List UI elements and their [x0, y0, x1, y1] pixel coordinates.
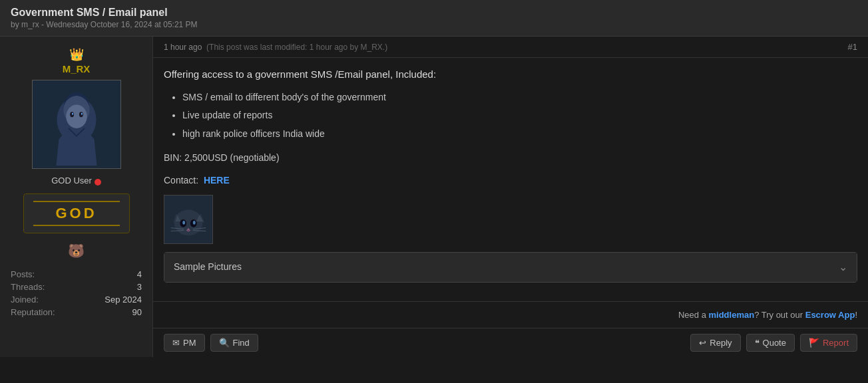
- offering-title: Offering access to a government SMS /Ema…: [164, 66, 857, 83]
- middleman-link[interactable]: middleman: [709, 310, 755, 320]
- threads-value: 3: [82, 281, 144, 293]
- bin-price: BIN: 2,500USD (negotiable): [164, 150, 857, 166]
- stat-posts: Posts: 4: [8, 268, 144, 281]
- report-icon: 🚩: [809, 338, 819, 348]
- user-crown-icon: 👑: [69, 47, 84, 62]
- feature-1: SMS / email to different body's of the g…: [182, 90, 857, 106]
- avatar: [32, 80, 121, 169]
- spoiler-label: Sample Pictures: [174, 259, 242, 275]
- find-button[interactable]: 🔍 Find: [210, 334, 258, 352]
- svg-point-5: [79, 112, 83, 117]
- report-button[interactable]: 🚩 Report: [800, 334, 857, 352]
- god-badge: GOD: [23, 193, 130, 233]
- post-body: Offering access to a government SMS /Ema…: [153, 58, 868, 301]
- reputation-label: Reputation:: [8, 306, 82, 319]
- chevron-down-icon: ⌄: [839, 258, 847, 276]
- quote-button[interactable]: ❝ Quote: [746, 334, 795, 352]
- posts-label: Posts:: [8, 268, 82, 281]
- joined-label: Joined:: [8, 293, 82, 306]
- pm-label: PM: [183, 338, 196, 348]
- spoiler-header[interactable]: Sample Pictures ⌄: [164, 253, 857, 281]
- joined-value: Sep 2024: [82, 293, 144, 306]
- report-label: Report: [823, 338, 849, 348]
- user-emoji: 🐻: [68, 243, 85, 259]
- action-bar: ✉ PM 🔍 Find ↩ Reply ❝ Quote 🚩: [153, 328, 868, 357]
- feature-2: Live update of reports: [182, 108, 857, 124]
- god-badge-text: GOD: [33, 205, 120, 222]
- post-number: #1: [848, 42, 857, 52]
- middleman-bar: Need a middleman? Try out our Escrow App…: [153, 301, 868, 328]
- contact-link[interactable]: HERE: [204, 175, 230, 186]
- pm-icon: ✉: [172, 338, 180, 348]
- reply-button[interactable]: ↩ Reply: [690, 334, 740, 352]
- online-status-dot: [95, 179, 101, 186]
- sample-image-thumbnail: [164, 195, 213, 244]
- user-title-row: GOD User: [51, 176, 101, 188]
- user-stats: Posts: 4 Threads: 3 Joined: Sep 2024 Rep…: [8, 268, 144, 319]
- post-modified: (This post was last modified: 1 hour ago…: [206, 43, 387, 52]
- reply-label: Reply: [710, 338, 732, 348]
- quote-icon: ❝: [755, 338, 760, 348]
- stat-joined: Joined: Sep 2024: [8, 293, 144, 306]
- svg-point-6: [72, 113, 73, 115]
- stat-threads: Threads: 3: [8, 281, 144, 293]
- page-title: Government SMS / Email panel: [11, 7, 857, 19]
- find-label: Find: [233, 338, 250, 348]
- main-content: 👑 M_RX: [0, 37, 868, 357]
- find-icon: 🔍: [219, 338, 230, 348]
- page-header: Government SMS / Email panel by m_rx - W…: [0, 0, 868, 37]
- reputation-value: 90: [82, 306, 144, 319]
- svg-point-16: [182, 221, 185, 225]
- pm-button[interactable]: ✉ PM: [164, 334, 205, 352]
- sidebar: 👑 M_RX: [0, 37, 153, 357]
- feature-3: high rank police officers India wide: [182, 126, 857, 142]
- stat-reputation: Reputation: 90: [8, 306, 144, 319]
- contact-section: Contact: HERE: [164, 173, 857, 189]
- post-time: 1 hour ago (This post was last modified:…: [164, 43, 387, 52]
- escrow-link[interactable]: Escrow App: [805, 310, 855, 320]
- username-link[interactable]: M_RX: [63, 63, 91, 74]
- action-right-buttons: ↩ Reply ❝ Quote 🚩 Report: [690, 334, 857, 352]
- features-list: SMS / email to different body's of the g…: [182, 90, 857, 142]
- post-area: 1 hour ago (This post was last modified:…: [153, 37, 868, 357]
- svg-point-3: [66, 104, 87, 128]
- svg-point-17: [193, 221, 196, 225]
- contact-label: Contact:: [164, 175, 198, 186]
- post-meta: 1 hour ago (This post was last modified:…: [153, 37, 868, 58]
- page-subtitle: by m_rx - Wednesday October 16, 2024 at …: [11, 20, 857, 29]
- user-title: GOD User: [51, 176, 92, 186]
- posts-value: 4: [82, 268, 144, 281]
- action-left-buttons: ✉ PM 🔍 Find: [164, 334, 258, 352]
- svg-point-4: [70, 112, 74, 117]
- svg-point-7: [81, 113, 82, 115]
- sample-pictures-spoiler[interactable]: Sample Pictures ⌄: [164, 252, 857, 282]
- quote-label: Quote: [763, 338, 786, 348]
- threads-label: Threads:: [8, 281, 82, 293]
- reply-icon: ↩: [699, 338, 706, 348]
